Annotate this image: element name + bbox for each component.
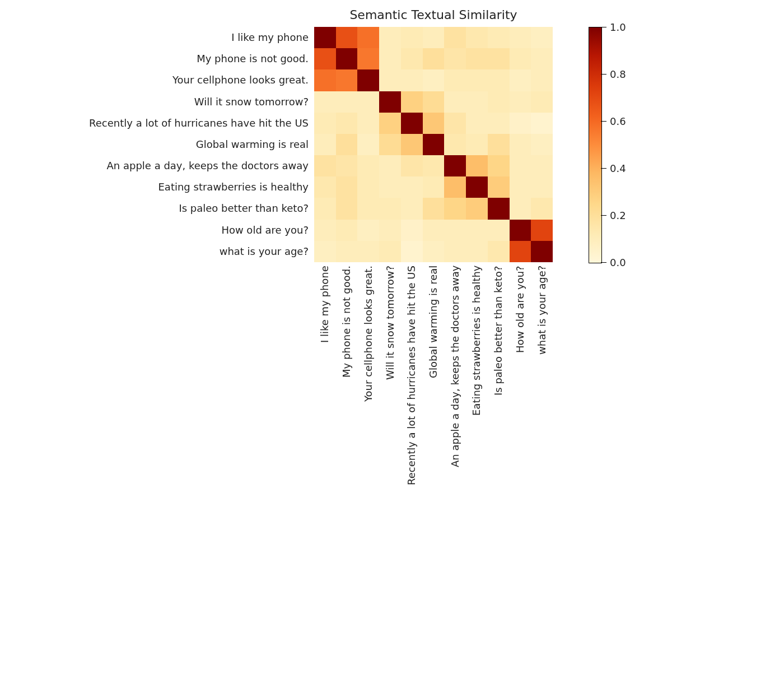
heatmap-cell (314, 27, 336, 48)
heatmap-cell (379, 176, 401, 198)
heatmap-cell (531, 220, 553, 241)
heatmap-cell (379, 198, 401, 219)
heatmap-cell (357, 113, 379, 134)
heatmap-cell (357, 48, 379, 69)
heatmap-cell (314, 48, 336, 69)
heatmap-cell (444, 69, 466, 91)
y-tick-label: Recently a lot of hurricanes have hit th… (0, 118, 309, 128)
tick-mark (601, 121, 606, 122)
x-tick-label: Will it snow tomorrow? (385, 266, 395, 674)
heatmap-cell (379, 48, 401, 69)
heatmap-cell (357, 69, 379, 91)
heatmap-cell (444, 220, 466, 241)
heatmap-cell (488, 155, 510, 176)
colorbar-tick: 0.0 (601, 257, 626, 268)
heatmap-cell (510, 48, 531, 69)
heatmap-cell (488, 134, 510, 155)
heatmap-cell (466, 113, 488, 134)
heatmap-cell (444, 155, 466, 176)
heatmap-cell (357, 241, 379, 262)
y-axis-labels: I like my phoneMy phone is not good.Your… (0, 27, 309, 262)
heatmap-cell (314, 198, 336, 219)
heatmap-cell (401, 69, 423, 91)
heatmap-cell (510, 220, 531, 241)
colorbar-tick: 0.2 (601, 210, 626, 221)
heatmap-cell (379, 220, 401, 241)
tick-mark (601, 215, 606, 216)
heatmap-cell (379, 155, 401, 176)
y-tick-label: How old are you? (0, 225, 309, 235)
heatmap-cell (336, 241, 358, 262)
x-tick-label: what is your age? (537, 266, 547, 674)
colorbar-tick: 0.4 (601, 162, 626, 174)
x-tick-label: Your cellphone looks great. (363, 266, 374, 674)
colorbar-tick-label: 0.4 (610, 162, 626, 174)
heatmap-cell (379, 241, 401, 262)
heatmap-cell (336, 220, 358, 241)
heatmap-cell (444, 241, 466, 262)
y-tick-label: what is your age? (0, 247, 309, 257)
heatmap-cell (531, 48, 553, 69)
heatmap-cell (401, 48, 423, 69)
y-tick-label: Eating strawberries is healthy (0, 182, 309, 192)
heatmap-cell (314, 113, 336, 134)
colorbar-tick: 0.6 (601, 115, 626, 127)
heatmap-cell (466, 48, 488, 69)
x-axis-labels: I like my phoneMy phone is not good.Your… (314, 266, 553, 674)
heatmap-cell (423, 91, 445, 113)
heatmap-cell (357, 220, 379, 241)
heatmap-cell (488, 27, 510, 48)
heatmap-cell (336, 134, 358, 155)
heatmap-cell (336, 48, 358, 69)
heatmap-cell (488, 113, 510, 134)
tick-mark (601, 74, 606, 75)
heatmap-cell (531, 69, 553, 91)
heatmap-cell (510, 155, 531, 176)
colorbar-gradient (589, 27, 602, 263)
heatmap-cell (444, 113, 466, 134)
heatmap-cell (488, 69, 510, 91)
heatmap-cell (466, 220, 488, 241)
heatmap-cell (444, 176, 466, 198)
heatmap-cell (336, 198, 358, 219)
heatmap-cell (423, 220, 445, 241)
y-tick-label: An apple a day, keeps the doctors away (0, 161, 309, 171)
heatmap-cell (510, 241, 531, 262)
x-tick-label: Is paleo better than keto? (493, 266, 503, 674)
heatmap-cell (357, 198, 379, 219)
heatmap-cell (357, 176, 379, 198)
heatmap-cell (444, 91, 466, 113)
heatmap-cell (531, 91, 553, 113)
tick-mark (601, 27, 606, 27)
heatmap-cell (466, 27, 488, 48)
heatmap-cell (510, 198, 531, 219)
x-tick-label: Recently a lot of hurricanes have hit th… (407, 266, 417, 674)
heatmap-cell (336, 27, 358, 48)
colorbar-tick-label: 0.0 (610, 257, 626, 268)
heatmap-cell (423, 113, 445, 134)
heatmap-cell (488, 91, 510, 113)
heatmap-cell (423, 27, 445, 48)
heatmap-cell (531, 198, 553, 219)
x-tick-label: My phone is not good. (342, 266, 352, 674)
heatmap-cell (423, 155, 445, 176)
heatmap-cell (531, 241, 553, 262)
heatmap-cell (488, 220, 510, 241)
y-tick-label: My phone is not good. (0, 54, 309, 64)
heatmap-cell (531, 155, 553, 176)
heatmap-cell (314, 155, 336, 176)
heatmap-cell (466, 134, 488, 155)
heatmap-cell (488, 198, 510, 219)
heatmap-cell (466, 198, 488, 219)
heatmap-cell (423, 69, 445, 91)
heatmap-cell (336, 113, 358, 134)
heatmap-cell (379, 91, 401, 113)
heatmap-cell (379, 113, 401, 134)
tick-mark (601, 168, 606, 169)
heatmap-cell (488, 176, 510, 198)
heatmap-cell (357, 134, 379, 155)
heatmap-cell (401, 113, 423, 134)
colorbar-tick-label: 0.6 (610, 115, 626, 127)
heatmap-cell (314, 241, 336, 262)
heatmap-cell (531, 27, 553, 48)
